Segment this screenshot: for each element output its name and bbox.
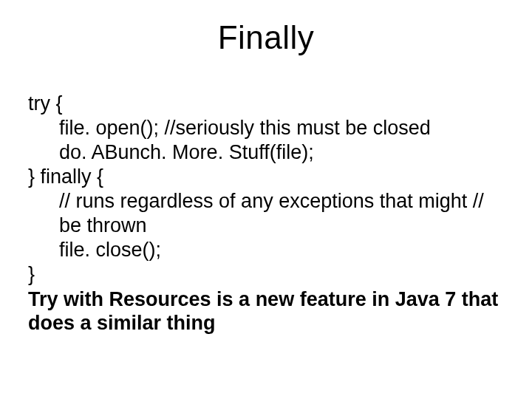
slide-title: Finally	[0, 19, 532, 56]
footer-note: Try with Resources is a new feature in J…	[28, 287, 504, 336]
slide: Finally try { file. open(); //seriously …	[0, 0, 532, 399]
code-line-stuff: do. ABunch. More. Stuff(file);	[28, 140, 504, 165]
code-line-finally: } finally {	[28, 165, 504, 189]
code-line-try: try {	[28, 92, 504, 116]
code-line-open: file. open(); //seriously this must be c…	[28, 116, 504, 140]
code-line-comment: // runs regardless of any exceptions tha…	[28, 189, 504, 238]
code-line-close: file. close();	[28, 238, 504, 262]
slide-body: try { file. open(); //seriously this mus…	[28, 92, 504, 335]
code-line-end: }	[28, 262, 504, 287]
